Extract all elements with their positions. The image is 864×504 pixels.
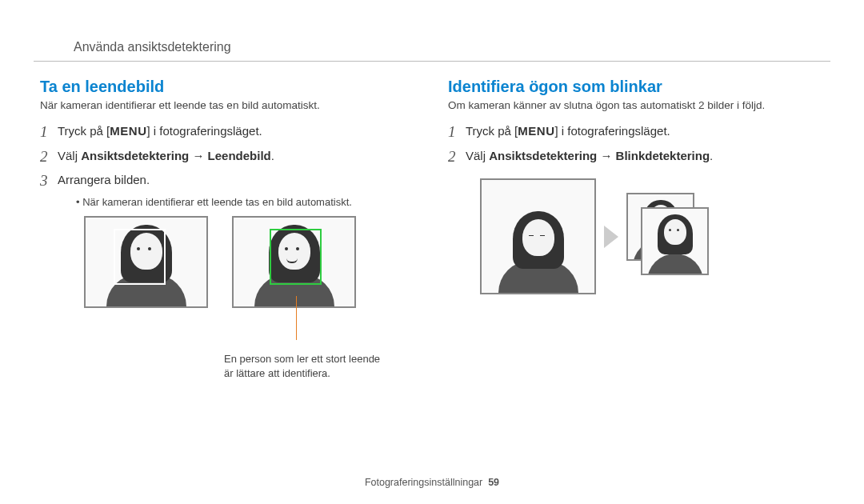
step-number: 2 [448,147,466,167]
page-number: 59 [488,477,499,488]
left-desc: När kameran identifierar ett leende tas … [40,99,416,111]
right-step-1: 1 Tryck på [MENU] i fotograferingsläget. [448,122,824,142]
callout-line-icon [296,296,297,340]
left-title: Ta en leendebild [40,78,416,96]
smile-images [84,216,416,308]
step-number: 1 [40,122,58,142]
menu-icon: MENU [110,124,146,138]
blink-images [480,178,824,294]
text: Tryck på [ [58,124,110,138]
callout-text: En person som ler ett stort leende är lä… [224,352,416,381]
menu-icon: MENU [518,124,554,138]
step-number: 2 [40,147,58,167]
right-step-2: 2 Välj Ansiktsdetektering → Blinkdetekte… [448,147,824,167]
footer-label: Fotograferingsinställningar [365,477,482,488]
text-bold: Ansiktsdetektering → Leendebild [81,149,271,162]
callout-line2: är lättare att identifiera. [224,367,330,379]
left-column: Ta en leendebild När kameran identifiera… [40,78,432,381]
right-title: Identifiera ögon som blinkar [448,78,824,96]
page-footer: Fotograferingsinställningar 59 [0,477,864,488]
step-number: 3 [40,171,58,191]
face-detect-box-icon [114,229,166,285]
result-stack [626,193,714,281]
text-bold: Ansiktsdetektering → Blinkdetektering [489,149,710,162]
text: . [710,149,713,162]
left-steps: 1 Tryck på [MENU] i fotograferingsläget.… [40,122,416,191]
face-frame-smile [232,216,356,308]
step-body: Välj Ansiktsdetektering → Blinkdetekteri… [466,147,824,162]
left-bullet: • När kameran identifierar ett leende ta… [76,196,416,208]
bullet-text: När kameran identifierar ett leende tas … [82,196,352,208]
text: ] i fotograferingsläget. [146,124,262,138]
step-body: Tryck på [MENU] i fotograferingsläget. [58,122,416,138]
face-frame-normal [84,216,208,308]
text: Välj [466,149,489,162]
text: ] i fotograferingsläget. [554,124,670,138]
left-step-3: 3 Arrangera bilden. [40,171,416,191]
right-column: Identifiera ögon som blinkar Om kameran … [432,78,824,381]
smile-detect-box-icon [270,229,322,285]
person-illustration [490,205,586,293]
left-step-2: 2 Välj Ansiktsdetektering → Leendebild. [40,147,416,167]
callout-line1: En person som ler ett stort leende [224,353,380,365]
main-content: Ta en leendebild När kameran identifiera… [0,62,864,381]
text: Tryck på [ [466,124,518,138]
step-body: Arrangera bilden. [58,171,416,186]
blink-frame-closed [480,178,596,294]
step-body: Tryck på [MENU] i fotograferingsläget. [466,122,824,138]
left-step-1: 1 Tryck på [MENU] i fotograferingsläget. [40,122,416,142]
person-illustration [643,210,707,274]
right-steps: 1 Tryck på [MENU] i fotograferingsläget.… [448,122,824,166]
step-number: 1 [448,122,466,142]
result-frame [641,207,709,275]
right-desc: Om kameran känner av slutna ögon tas aut… [448,99,824,111]
step-body: Välj Ansiktsdetektering → Leendebild. [58,147,416,162]
arrow-right-icon [604,226,618,248]
text: . [271,149,274,162]
page-header: Använda ansiktsdetektering [34,0,830,62]
text: Välj [58,149,81,162]
